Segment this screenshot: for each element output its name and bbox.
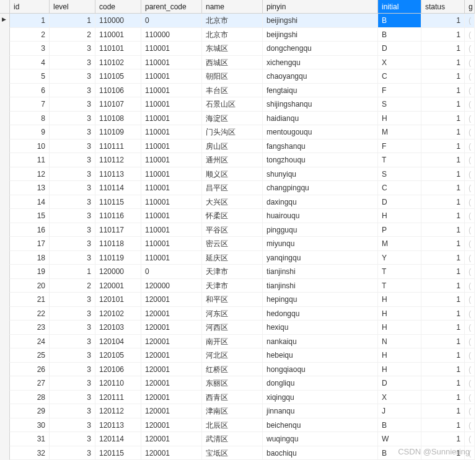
- row-gutter[interactable]: [0, 307, 10, 321]
- cell-g[interactable]: (: [465, 181, 475, 195]
- row-gutter[interactable]: [0, 42, 10, 56]
- cell-pinyin[interactable]: yanqingqu: [263, 251, 378, 265]
- cell-id[interactable]: 5: [10, 69, 50, 84]
- row-gutter[interactable]: [0, 223, 10, 237]
- cell-status[interactable]: 1: [421, 293, 465, 307]
- cell-name[interactable]: 门头沟区: [202, 125, 263, 139]
- cell-parent_code[interactable]: 120001: [141, 418, 202, 433]
- cell-code[interactable]: 110113: [95, 167, 141, 182]
- cell-initial[interactable]: B: [378, 446, 421, 461]
- cell-level[interactable]: 3: [50, 112, 95, 126]
- cell-status[interactable]: 1: [421, 265, 465, 279]
- cell-code[interactable]: 110102: [95, 56, 141, 70]
- cell-parent_code[interactable]: 110001: [141, 223, 202, 237]
- cell-level[interactable]: 3: [50, 84, 95, 98]
- cell-id[interactable]: 11: [10, 153, 50, 167]
- cell-g[interactable]: (: [465, 432, 475, 446]
- cell-pinyin[interactable]: beijingshi: [263, 14, 378, 28]
- cell-id[interactable]: 10: [10, 139, 50, 154]
- row-gutter[interactable]: [0, 69, 10, 84]
- cell-level[interactable]: 1: [50, 265, 95, 279]
- cell-parent_code[interactable]: 110001: [141, 84, 202, 98]
- cell-id[interactable]: 3: [10, 42, 50, 56]
- cell-initial[interactable]: F: [378, 84, 421, 98]
- cell-g[interactable]: (: [465, 265, 475, 279]
- cell-code[interactable]: 120104: [95, 335, 141, 349]
- cell-name[interactable]: 大兴区: [202, 195, 263, 210]
- cell-id[interactable]: 23: [10, 321, 50, 335]
- row-gutter[interactable]: [0, 56, 10, 70]
- cell-parent_code[interactable]: 110001: [141, 112, 202, 126]
- cell-pinyin[interactable]: hongqiaoqu: [263, 363, 378, 377]
- cell-status[interactable]: 1: [421, 28, 465, 42]
- cell-parent_code[interactable]: 0: [141, 265, 202, 279]
- cell-name[interactable]: 西城区: [202, 56, 263, 70]
- row-gutter-header[interactable]: [0, 0, 10, 14]
- cell-initial[interactable]: H: [378, 348, 421, 363]
- cell-pinyin[interactable]: hexiqu: [263, 321, 378, 335]
- cell-code[interactable]: 110001: [95, 28, 141, 42]
- cell-pinyin[interactable]: shunyiqu: [263, 167, 378, 182]
- cell-status[interactable]: 1: [421, 348, 465, 363]
- cell-parent_code[interactable]: 110001: [141, 195, 202, 210]
- cell-name[interactable]: 东城区: [202, 42, 263, 56]
- cell-status[interactable]: 1: [421, 97, 465, 112]
- cell-id[interactable]: 31: [10, 432, 50, 446]
- cell-code[interactable]: 120111: [95, 391, 141, 405]
- cell-level[interactable]: 3: [50, 167, 95, 182]
- cell-code[interactable]: 120106: [95, 363, 141, 377]
- cell-name[interactable]: 海淀区: [202, 112, 263, 126]
- cell-level[interactable]: 3: [50, 432, 95, 446]
- cell-g[interactable]: (: [465, 42, 475, 56]
- cell-name[interactable]: 津南区: [202, 404, 263, 418]
- cell-code[interactable]: 110101: [95, 42, 141, 56]
- cell-pinyin[interactable]: hepingqu: [263, 293, 378, 307]
- cell-code[interactable]: 110119: [95, 251, 141, 265]
- row-gutter[interactable]: [0, 348, 10, 363]
- cell-initial[interactable]: B: [378, 28, 421, 42]
- cell-pinyin[interactable]: dongliqu: [263, 376, 378, 391]
- cell-parent_code[interactable]: 110001: [141, 97, 202, 112]
- row-gutter[interactable]: [0, 195, 10, 210]
- cell-pinyin[interactable]: changpingqu: [263, 181, 378, 195]
- cell-pinyin[interactable]: tianjinshi: [263, 265, 378, 279]
- cell-initial[interactable]: H: [378, 363, 421, 377]
- cell-name[interactable]: 石景山区: [202, 97, 263, 112]
- cell-initial[interactable]: T: [378, 153, 421, 167]
- row-gutter[interactable]: [0, 418, 10, 433]
- cell-level[interactable]: 3: [50, 56, 95, 70]
- cell-parent_code[interactable]: 120001: [141, 376, 202, 391]
- cell-name[interactable]: 北辰区: [202, 418, 263, 433]
- cell-g[interactable]: (: [465, 307, 475, 321]
- row-gutter[interactable]: [0, 97, 10, 112]
- cell-pinyin[interactable]: hedongqu: [263, 307, 378, 321]
- cell-status[interactable]: 1: [421, 376, 465, 391]
- cell-parent_code[interactable]: 120001: [141, 321, 202, 335]
- cell-g[interactable]: (: [465, 84, 475, 98]
- cell-parent_code[interactable]: 110001: [141, 69, 202, 84]
- cell-status[interactable]: 1: [421, 432, 465, 446]
- cell-code[interactable]: 120110: [95, 376, 141, 391]
- cell-id[interactable]: 2: [10, 28, 50, 42]
- row-gutter[interactable]: [0, 167, 10, 182]
- cell-initial[interactable]: H: [378, 293, 421, 307]
- cell-status[interactable]: 1: [421, 139, 465, 154]
- cell-name[interactable]: 北京市: [202, 14, 263, 28]
- cell-name[interactable]: 延庆区: [202, 251, 263, 265]
- row-gutter[interactable]: [0, 237, 10, 251]
- cell-id[interactable]: 29: [10, 404, 50, 418]
- row-gutter[interactable]: [0, 139, 10, 154]
- cell-code[interactable]: 120113: [95, 418, 141, 433]
- cell-status[interactable]: 1: [421, 251, 465, 265]
- cell-g[interactable]: (: [465, 69, 475, 84]
- cell-name[interactable]: 西青区: [202, 391, 263, 405]
- row-gutter[interactable]: [0, 14, 10, 28]
- cell-code[interactable]: 110116: [95, 209, 141, 223]
- cell-level[interactable]: 3: [50, 237, 95, 251]
- cell-code[interactable]: 120102: [95, 307, 141, 321]
- cell-initial[interactable]: H: [378, 209, 421, 223]
- row-gutter[interactable]: [0, 432, 10, 446]
- cell-parent_code[interactable]: 110001: [141, 56, 202, 70]
- column-header-name[interactable]: name: [202, 0, 263, 14]
- column-header-id[interactable]: id: [10, 0, 50, 14]
